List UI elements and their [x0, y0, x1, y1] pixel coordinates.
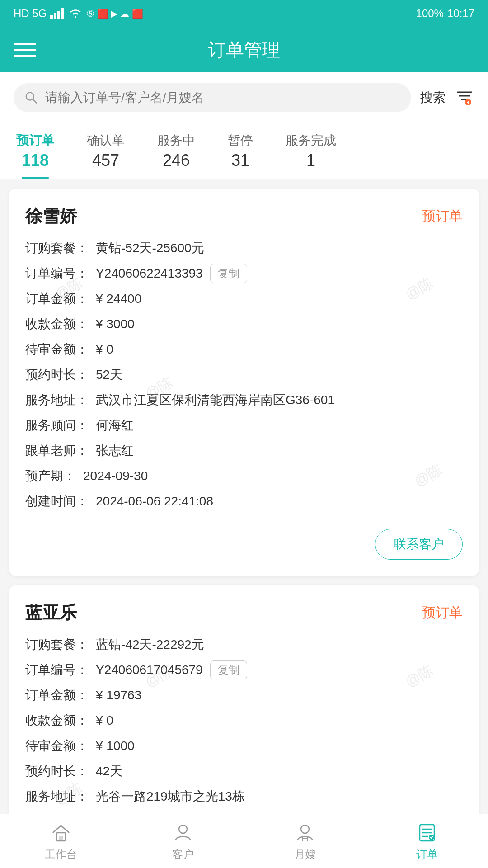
card-footer-1: 联系客户 [25, 522, 463, 560]
address-2: 光谷一路219城市之光13栋 [96, 787, 245, 806]
wifi-icon [68, 8, 83, 19]
copy-button-1[interactable]: 复制 [210, 264, 247, 283]
search-button[interactable]: 搜索 [420, 89, 446, 106]
nav-label-customer: 客户 [172, 847, 194, 862]
due-date-1: 2024-09-30 [83, 467, 148, 486]
nanny-icon [293, 821, 317, 844]
status-icons: ⑤ 🟥 ▶ ☁ 🟥 [86, 8, 143, 19]
svg-rect-3 [61, 8, 64, 19]
tab-fuwuwancheng[interactable]: 服务完成 1 [269, 123, 352, 179]
due-date-row-1: 预产期： 2024-09-30 [25, 467, 463, 486]
duration-row-1: 预约时长： 52天 [25, 365, 463, 384]
duration-1: 52天 [96, 365, 122, 384]
created-at-row-1: 创建时间： 2024-06-06 22:41:08 [25, 492, 463, 511]
search-bar: 搜索 [0, 72, 488, 123]
filter-button[interactable] [455, 88, 474, 108]
order-no-row-2: 订单编号： Y24060617045679 复制 [25, 660, 463, 679]
duration-row-2: 预约时长： 42天 [25, 762, 463, 781]
svg-rect-13 [59, 836, 63, 841]
nav-label-order: 订单 [416, 847, 438, 862]
received-amount-2: ¥ 0 [96, 711, 113, 730]
nav-item-workbench[interactable]: 工作台 [0, 814, 122, 868]
order-package-row-2: 订购套餐： 蓝钻-42天-22292元 [25, 635, 463, 654]
nav-item-customer[interactable]: 客户 [122, 814, 244, 868]
svg-point-4 [26, 93, 34, 100]
created-at-1: 2024-06-06 22:41:08 [96, 492, 213, 511]
teacher-1: 张志红 [96, 441, 134, 460]
page-title: 订单管理 [208, 38, 280, 62]
address-row-2: 服务地址： 光谷一路219城市之光13栋 [25, 787, 463, 806]
pending-amount-2: ¥ 1000 [96, 736, 135, 755]
svg-point-15 [301, 825, 309, 833]
header: 订单管理 [0, 27, 488, 72]
order-list: 徐雪娇 预订单 订购套餐： 黄钻-52天-25600元 订单编号： Y24060… [0, 179, 488, 868]
tab-fuwuzhong[interactable]: 服务中 246 [141, 123, 211, 179]
tabs: 预订单 118 确认单 457 服务中 246 暂停 31 服务完成 1 [0, 123, 488, 179]
filter-icon [455, 88, 474, 108]
signal-icon [50, 8, 65, 19]
teacher-row-1: 跟单老师： 张志红 [25, 441, 463, 460]
order-type-2: 预订单 [422, 604, 463, 622]
copy-button-2[interactable]: 复制 [210, 660, 247, 679]
customer-name-2: 蓝亚乐 [25, 601, 77, 624]
customer-icon [171, 821, 195, 844]
order-no-1: Y24060622413393 [96, 264, 203, 283]
order-package-1: 黄钻-52天-25600元 [96, 239, 204, 258]
order-type-1: 预订单 [422, 207, 463, 226]
svg-rect-2 [57, 11, 60, 19]
contact-button-1[interactable]: 联系客户 [375, 529, 463, 560]
nav-item-nanny[interactable]: 月嫂 [244, 814, 366, 868]
order-package-2: 蓝钻-42天-22292元 [96, 635, 204, 654]
signal-text: HD 5G [14, 7, 47, 20]
menu-button[interactable] [14, 43, 36, 57]
received-amount-row-1: 收款金额： ¥ 3000 [25, 315, 463, 334]
status-right: 100% 10:17 [416, 7, 474, 20]
svg-rect-1 [54, 13, 56, 19]
search-input-wrap[interactable] [14, 83, 411, 112]
battery-text: 100% [416, 7, 444, 20]
status-left: HD 5G ⑤ 🟥 ▶ ☁ 🟥 [14, 7, 143, 20]
home-icon [49, 821, 73, 844]
time-text: 10:17 [447, 7, 474, 20]
bottom-nav: 工作台 客户 月嫂 [0, 814, 488, 868]
order-amount-row-1: 订单金额： ¥ 24400 [25, 289, 463, 308]
order-icon [415, 821, 439, 844]
tab-zanting[interactable]: 暂停 31 [211, 123, 269, 179]
card-header-2: 蓝亚乐 预订单 [25, 601, 463, 624]
order-card-1: 徐雪娇 预订单 订购套餐： 黄钻-52天-25600元 订单编号： Y24060… [9, 189, 479, 576]
search-input[interactable] [45, 90, 400, 105]
nav-item-order[interactable]: 订单 [366, 814, 488, 868]
received-amount-1: ¥ 3000 [96, 315, 135, 334]
order-no-2: Y24060617045679 [96, 660, 203, 679]
search-icon [24, 90, 38, 105]
pending-amount-row-2: 待审金额： ¥ 1000 [25, 736, 463, 755]
pending-amount-1: ¥ 0 [96, 340, 113, 359]
svg-rect-0 [50, 15, 53, 19]
nav-label-nanny: 月嫂 [294, 847, 316, 862]
nav-label-workbench: 工作台 [45, 847, 77, 862]
address-1: 武汉市江夏区保利清能西海岸南区G36-601 [96, 391, 335, 410]
advisor-1: 何海红 [96, 416, 134, 435]
advisor-row-1: 服务顾问： 何海红 [25, 416, 463, 435]
card-header-1: 徐雪娇 预订单 [25, 205, 463, 228]
order-package-row-1: 订购套餐： 黄钻-52天-25600元 [25, 239, 463, 258]
customer-name-1: 徐雪娇 [25, 205, 77, 228]
svg-point-14 [179, 825, 187, 833]
received-amount-row-2: 收款金额： ¥ 0 [25, 711, 463, 730]
order-no-row-1: 订单编号： Y24060622413393 复制 [25, 264, 463, 283]
status-bar: HD 5G ⑤ 🟥 ▶ ☁ 🟥 100% 10:17 [0, 0, 488, 27]
order-amount-1: ¥ 24400 [96, 289, 141, 308]
duration-2: 42天 [96, 762, 122, 781]
pending-amount-row-1: 待审金额： ¥ 0 [25, 340, 463, 359]
tab-yudingdan[interactable]: 预订单 118 [0, 123, 70, 179]
svg-line-5 [33, 99, 37, 103]
order-amount-2: ¥ 19763 [96, 686, 141, 705]
address-row-1: 服务地址： 武汉市江夏区保利清能西海岸南区G36-601 [25, 391, 463, 410]
tab-queredan[interactable]: 确认单 457 [70, 123, 141, 179]
order-amount-row-2: 订单金额： ¥ 19763 [25, 686, 463, 705]
